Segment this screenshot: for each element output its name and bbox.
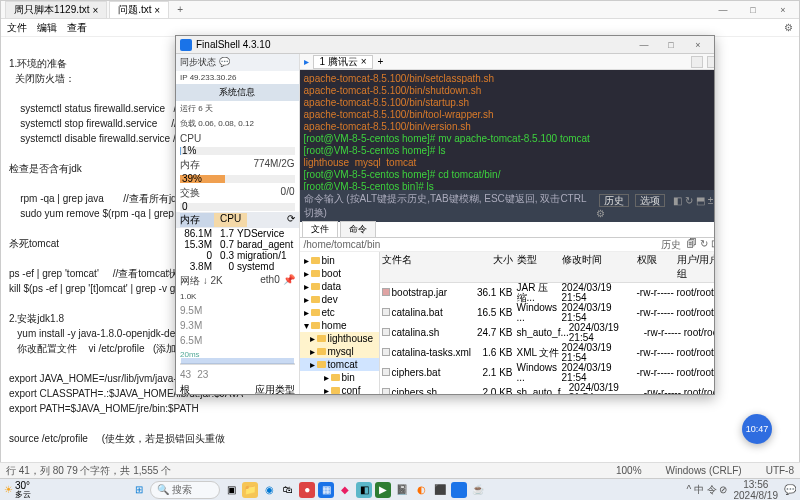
app-icon-8[interactable]: ☕ xyxy=(470,482,486,498)
fs-sidebar: 同步状态 💬 IP 49.233.30.26 系统信息 运行 6 天 负载 0.… xyxy=(176,54,300,394)
col-type[interactable]: 类型 xyxy=(517,253,562,281)
process-row[interactable]: 86.1M1.7YDService xyxy=(176,228,299,239)
fs-minimize-button[interactable]: — xyxy=(632,36,656,54)
taskbar-search[interactable]: 🔍 搜索 xyxy=(150,481,220,499)
explorer-icon[interactable]: 📁 xyxy=(242,482,258,498)
process-row[interactable]: 3.8M0systemd xyxy=(176,261,299,272)
editor-tab-2[interactable]: 问题.txt × xyxy=(109,1,169,18)
term-tool-icon[interactable] xyxy=(707,56,714,68)
editor-titlebar: 周只脚本1129.txt × 问题.txt × + — □ × xyxy=(1,1,799,19)
current-path[interactable]: /home/tomcat/bin xyxy=(304,239,381,250)
editor-statusbar: 行 41，列 80 79 个字符，共 1,555 个 100% Windows … xyxy=(0,462,800,478)
minimize-button[interactable]: — xyxy=(711,1,735,19)
notepad-taskbar-icon[interactable]: 📓 xyxy=(394,482,410,498)
term-tool-icon[interactable] xyxy=(691,56,703,68)
folder-icon xyxy=(317,361,326,368)
fs-close-button[interactable]: × xyxy=(686,36,710,54)
fs-pathbar: /home/tomcat/bin 历史 🗐 ↻ ⊡ xyxy=(300,238,714,252)
process-list: 内存CPU⟳ 86.1M1.7YDService15.3M0.7barad_ag… xyxy=(176,212,299,272)
tree-node[interactable]: ▸data xyxy=(304,280,375,293)
tree-node[interactable]: ▸lighthouse xyxy=(300,332,379,345)
store-icon[interactable]: 🛍 xyxy=(280,482,296,498)
col-owner[interactable]: 用户/用户组 xyxy=(677,253,714,281)
maximize-button[interactable]: □ xyxy=(741,1,765,19)
col-date[interactable]: 修改时间 xyxy=(562,253,637,281)
net-interface[interactable]: eth0 📌 xyxy=(260,274,294,288)
tray-icons[interactable]: ^ 中 令 ⊘ xyxy=(686,483,727,497)
process-row[interactable]: 15.3M0.7barad_agent xyxy=(176,239,299,250)
terminal-tab[interactable]: 1 腾讯云 × xyxy=(313,55,374,69)
encoding[interactable]: UTF-8 xyxy=(766,465,794,476)
tab-label: 周只脚本1129.txt xyxy=(14,3,90,17)
app-icon-7[interactable]: ⬛ xyxy=(432,482,448,498)
tree-node[interactable]: ▸dev xyxy=(304,293,375,306)
add-tab-button[interactable]: + xyxy=(377,56,383,67)
col-size[interactable]: 大小 xyxy=(477,253,517,281)
line-ending[interactable]: Windows (CRLF) xyxy=(666,465,742,476)
close-button[interactable]: × xyxy=(771,1,795,19)
file-row[interactable]: catalina.bat16.5 KBWindows ...2024/03/19… xyxy=(380,303,714,323)
app-icon-2[interactable]: ▦ xyxy=(318,482,334,498)
proc-col-cpu[interactable]: CPU xyxy=(214,213,247,227)
edge-icon[interactable]: ◉ xyxy=(261,482,277,498)
col-perm[interactable]: 权限 xyxy=(637,253,677,281)
app-icon-1[interactable]: ● xyxy=(299,482,315,498)
taskbar-clock[interactable]: 13:56 2024/8/19 xyxy=(734,479,779,501)
app-icon-6[interactable]: ◐ xyxy=(413,482,429,498)
menu-view[interactable]: 查看 xyxy=(67,21,87,35)
folder-icon xyxy=(317,348,326,355)
file-row[interactable]: catalina-tasks.xml1.6 KBXML 文件2024/03/19… xyxy=(380,343,714,363)
tree-node[interactable]: ▸bin xyxy=(304,254,375,267)
app-icon-4[interactable]: ◧ xyxy=(356,482,372,498)
file-row[interactable]: catalina.sh24.7 KBsh_auto_f...2024/03/19… xyxy=(380,323,714,343)
col-filename[interactable]: 文件名 xyxy=(382,253,477,281)
tree-node[interactable]: ▸conf xyxy=(304,384,375,394)
proc-col-mem[interactable]: 内存 xyxy=(180,213,214,227)
run-icon[interactable]: ▸ xyxy=(304,56,309,67)
file-row[interactable]: ciphers.sh2.0 KBsh_auto_f...2024/03/19 2… xyxy=(380,383,714,394)
zoom-level[interactable]: 100% xyxy=(616,465,642,476)
tree-node[interactable]: ▾home xyxy=(304,319,375,332)
path-tool-icons[interactable]: 🗐 ↻ ⊡ xyxy=(687,238,714,252)
clock-widget[interactable]: 10:47 xyxy=(742,414,772,444)
tree-node[interactable]: ▸boot xyxy=(304,267,375,280)
path-history-button[interactable]: 历史 xyxy=(661,238,681,252)
file-row[interactable]: ciphers.bat2.1 KBWindows ...2024/03/19 2… xyxy=(380,363,714,383)
file-row[interactable]: bootstrap.jar36.1 KBJAR 压缩...2024/03/19 … xyxy=(380,283,714,303)
weather-widget[interactable]: ☀ 30° 多云 xyxy=(4,481,31,499)
tree-node[interactable]: ▸bin xyxy=(304,371,375,384)
gear-icon[interactable]: ⚙ xyxy=(784,22,793,33)
menu-edit[interactable]: 编辑 xyxy=(37,21,57,35)
process-row[interactable]: 00.3migration/1 xyxy=(176,250,299,261)
tab-commands[interactable]: 命令 xyxy=(340,221,376,237)
start-button[interactable]: ⊞ xyxy=(131,482,147,498)
proc-col-refresh[interactable]: ⟳ xyxy=(287,213,295,227)
fs-maximize-button[interactable]: □ xyxy=(659,36,683,54)
history-button[interactable]: 历史 xyxy=(599,194,629,207)
new-tab-button[interactable]: + xyxy=(171,4,189,15)
menu-file[interactable]: 文件 xyxy=(7,21,27,35)
tab-close-icon[interactable]: × xyxy=(154,5,160,16)
finalshell-taskbar-icon[interactable] xyxy=(451,482,467,498)
task-view-icon[interactable]: ▣ xyxy=(223,482,239,498)
file-list[interactable]: 文件名 大小 类型 修改时间 权限 用户/用户组 bootstrap.jar36… xyxy=(380,252,714,394)
tab-close-icon[interactable]: × xyxy=(92,5,98,16)
tree-node[interactable]: ▸tomcat xyxy=(300,358,379,371)
tree-node[interactable]: ▸etc xyxy=(304,306,375,319)
folder-icon xyxy=(311,322,320,329)
editor-tab-1[interactable]: 周只脚本1129.txt × xyxy=(5,1,107,18)
window-controls: — □ × xyxy=(711,1,795,19)
tab-files[interactable]: 文件 xyxy=(302,221,338,237)
uptime-label: 运行 6 天 xyxy=(176,101,299,116)
tab-close-icon[interactable]: × xyxy=(361,56,367,67)
net-side: 1.0K xyxy=(176,290,299,303)
terminal-input-bar[interactable]: 命令输入 (按ALT键提示历史,TAB键模糊, ESC键返回, 双击CTRL切换… xyxy=(300,190,714,222)
folder-tree[interactable]: ▸bin▸boot▸data▸dev▸etc▾home▸lighthouse▸m… xyxy=(300,252,380,394)
terminal-output[interactable]: apache-tomcat-8.5.100/bin/setclasspath.s… xyxy=(300,70,714,190)
notification-icon[interactable]: 💬 xyxy=(784,484,796,495)
tree-node[interactable]: ▸mysql xyxy=(300,345,379,358)
app-icon-3[interactable]: ◆ xyxy=(337,482,353,498)
app-icon-5[interactable]: ▶ xyxy=(375,482,391,498)
finalshell-titlebar[interactable]: FinalShell 4.3.10 — □ × xyxy=(176,36,714,54)
options-button[interactable]: 选项 xyxy=(635,194,665,207)
